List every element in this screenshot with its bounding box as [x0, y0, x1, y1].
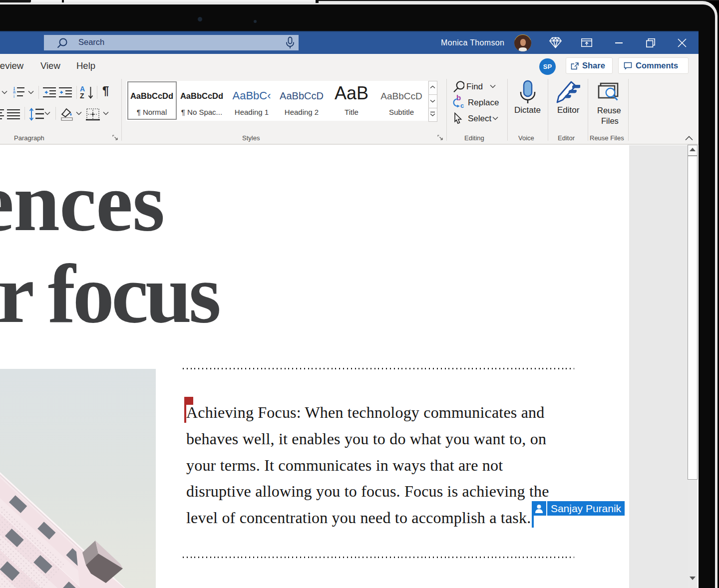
svg-text:i: i: [13, 94, 14, 98]
